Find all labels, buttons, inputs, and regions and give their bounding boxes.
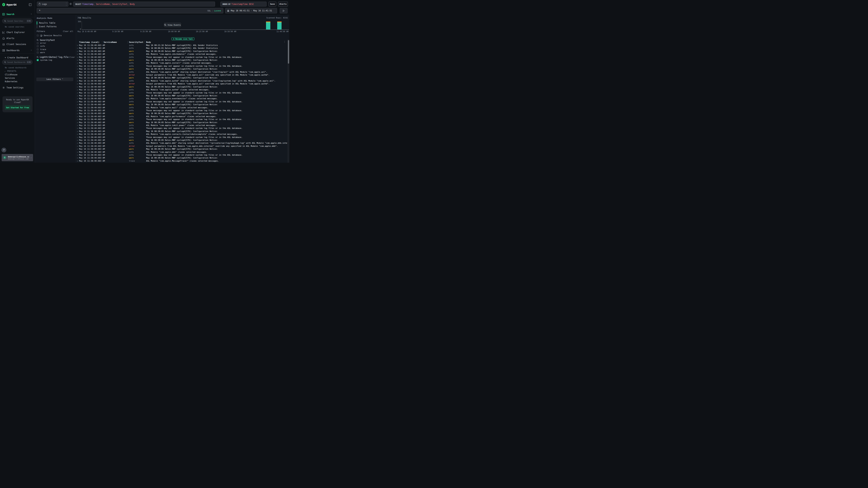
table-row[interactable]: ❯May 16 11:38:40.683 AMinfoASL Module "c…: [76, 62, 287, 65]
checkbox-unchecked[interactable]: [37, 52, 39, 54]
table-row[interactable]: ❯May 16 11:38:40.683 AMinfoASL Module "c…: [76, 97, 287, 100]
table-row[interactable]: ❯May 16 11:38:40.683 AMinfoASL Module "c…: [76, 133, 287, 136]
table-row[interactable]: ❯May 16 11:38:40.683 AMinfoASL Module "c…: [76, 124, 287, 127]
row-expand-chevron-icon[interactable]: ❯: [77, 65, 78, 68]
denoise-checkbox-row[interactable]: Denoise Results: [37, 34, 62, 37]
row-expand-chevron-icon[interactable]: ❯: [77, 50, 78, 53]
col-header-body[interactable]: Body: [146, 41, 151, 43]
save-button[interactable]: Save: [269, 2, 276, 6]
sidebar-item-dashboards[interactable]: Dashboards ⌃: [0, 48, 35, 53]
table-row[interactable]: ❯May 16 11:38:40.683 AMwarnMay 16 00:30:…: [76, 94, 287, 97]
row-expand-chevron-icon[interactable]: ❯: [77, 109, 78, 112]
row-expand-chevron-icon[interactable]: ❯: [77, 160, 78, 162]
column-resize-handle[interactable]: [145, 41, 145, 43]
chevron-up-icon[interactable]: ⌃: [31, 13, 32, 15]
col-header-servicename[interactable]: ServiceName: [104, 41, 117, 43]
saved-searches-input[interactable]: [7, 20, 26, 22]
column-resize-handle[interactable]: [102, 41, 102, 43]
checkbox-unchecked[interactable]: [37, 45, 39, 47]
severity-option-warn[interactable]: warn: [37, 51, 45, 54]
table-row[interactable]: ❯May 16 11:38:40.683 AMerrorOutput param…: [76, 83, 287, 85]
row-expand-chevron-icon[interactable]: ❯: [77, 59, 78, 62]
row-expand-chevron-icon[interactable]: ❯: [77, 124, 78, 127]
row-expand-chevron-icon[interactable]: ❯: [77, 76, 78, 79]
table-row[interactable]: ❯May 16 11:38:40.683 AMtraceASL Module "…: [76, 160, 287, 162]
row-expand-chevron-icon[interactable]: ❯: [77, 112, 78, 115]
table-row[interactable]: ❯May 16 11:38:40.683 AMwarnMay 16 00:30:…: [76, 130, 287, 133]
view-events-button[interactable]: View Events: [164, 23, 181, 28]
table-row[interactable]: ❯May 16 11:38:40.683 AMinfoASL Module "c…: [76, 71, 287, 73]
table-row[interactable]: ❯May 16 11:38:40.683 AMwarnMay 16 00:30:…: [76, 50, 287, 53]
row-expand-chevron-icon[interactable]: ❯: [77, 118, 78, 121]
table-row[interactable]: ❯May 16 11:38:40.683 AMinfoThose message…: [76, 118, 287, 121]
checkbox-checked[interactable]: ✓: [37, 59, 39, 61]
table-row[interactable]: ❯May 16 11:38:40.683 AMwarnMay 16 00:30:…: [76, 157, 287, 159]
row-expand-chevron-icon[interactable]: ❯: [77, 145, 78, 148]
row-expand-chevron-icon[interactable]: ❯: [77, 56, 78, 59]
row-expand-chevron-icon[interactable]: ❯: [77, 86, 78, 88]
search-query-input[interactable]: * SQL | Lucene: [37, 8, 223, 13]
table-row[interactable]: ❯May 16 11:38:40.683 AMwarnMay 16 00:30:…: [76, 68, 287, 70]
saved-dashboards-search[interactable]: ⌘ K: [2, 60, 33, 65]
sidebar-item-client-sessions[interactable]: Client Sessions: [0, 42, 35, 46]
create-dashboard-button[interactable]: + Create Dashboard: [0, 56, 35, 60]
table-row[interactable]: ❯May 16 11:38:40.683 AMinfoASL Module "c…: [76, 53, 287, 56]
table-row[interactable]: ❯May 16 11:38:40.683 AMwarnMay 16 00:30:…: [76, 121, 287, 124]
severity-option-trace[interactable]: trace: [37, 48, 46, 51]
preset-item-kubernetes[interactable]: Kubernetes: [5, 80, 18, 83]
table-row[interactable]: ❯May 16 11:38:40.683 AMinfoThose message…: [76, 92, 287, 94]
sidebar-item-chart-explorer[interactable]: Chart Explorer: [0, 30, 35, 34]
search-icon[interactable]: [37, 56, 38, 58]
table-row[interactable]: ❯May 16 11:38:40.683 AMinfoThose message…: [76, 100, 287, 103]
row-expand-chevron-icon[interactable]: ❯: [77, 151, 78, 154]
saved-dashboards-input[interactable]: [7, 61, 26, 63]
table-row[interactable]: ❯May 16 11:38:40.683 AMwarnMay 16 00:30:…: [76, 59, 287, 62]
row-expand-chevron-icon[interactable]: ❯: [77, 103, 78, 106]
table-row[interactable]: ❯May 16 11:38:40.683 AMinfoASL Module "c…: [76, 151, 287, 154]
clear-all-button[interactable]: Clear all: [63, 30, 73, 32]
table-row[interactable]: ❯May 16 11:38:40.683 AMinfoThose message…: [76, 65, 287, 68]
preset-item-services[interactable]: Services: [5, 77, 15, 79]
less-filters-button[interactable]: Less filters ⌃: [36, 77, 73, 81]
row-expand-chevron-icon[interactable]: ❯: [77, 157, 78, 159]
table-row[interactable]: ❯May 16 11:38:40.683 AMwarnMay 16 00:30:…: [76, 139, 287, 142]
row-expand-chevron-icon[interactable]: ❯: [77, 79, 78, 83]
sidebar-item-team-settings[interactable]: Team Settings: [0, 86, 35, 90]
row-expand-chevron-icon[interactable]: ❯: [77, 73, 78, 76]
table-row[interactable]: ❯May 16 11:38:40.683 AMerrorOutput param…: [76, 145, 287, 148]
date-range-picker[interactable]: May 16 08:41:51 - May 16 11:41:51: [225, 8, 277, 13]
row-expand-chevron-icon[interactable]: ❯: [77, 100, 78, 103]
col-header-severitytext[interactable]: SeverityText: [129, 41, 143, 43]
severity-option-error[interactable]: error: [37, 42, 46, 44]
row-expand-chevron-icon[interactable]: ❯: [77, 71, 78, 73]
table-row[interactable]: ❯May 16 11:38:40.683 AMinfoMay 16 00:06:…: [76, 47, 287, 50]
chevron-up-icon[interactable]: ⌃: [31, 50, 32, 52]
source-select[interactable]: Logs ⌃⌄: [37, 2, 68, 6]
table-row[interactable]: ❯May 16 11:38:40.683 AMwarnMay 16 00:30:…: [76, 86, 287, 88]
select-clause-input[interactable]: SELECT Timestamp, ServiceName, SeverityT…: [73, 2, 215, 6]
user-menu[interactable]: D demos@clickhouse.com demos@clickhouse.…: [2, 154, 33, 161]
table-row[interactable]: ❯May 16 11:38:40.683 AMwarnMay 16 00:30:…: [76, 148, 287, 151]
table-row[interactable]: ❯May 16 11:38:40.683 AMinfoThose message…: [76, 127, 287, 130]
table-row[interactable]: ❯May 16 11:38:40.683 AMwarnMay 16 00:30:…: [76, 76, 287, 79]
brand[interactable]: HyperDX: [2, 3, 17, 6]
column-resize-handle[interactable]: [127, 41, 128, 43]
sidebar-item-search[interactable]: Search ⌃: [0, 12, 35, 16]
row-expand-chevron-icon[interactable]: ❯: [77, 83, 78, 85]
sidebar-collapse-icon[interactable]: [29, 3, 32, 6]
row-expand-chevron-icon[interactable]: ❯: [77, 130, 78, 133]
presets-section-toggle[interactable]: ⌄ PRESETS: [4, 70, 17, 72]
scrollbar[interactable]: [287, 39, 289, 163]
row-expand-chevron-icon[interactable]: ❯: [77, 92, 78, 94]
table-row[interactable]: ❯May 16 11:38:40.683 AMwarnMay 16 00:30:…: [76, 112, 287, 115]
table-row[interactable]: ❯May 16 11:38:40.683 AMinfoThose message…: [76, 154, 287, 157]
row-expand-chevron-icon[interactable]: ❯: [77, 53, 78, 56]
get-started-button[interactable]: Get Started for Free: [5, 105, 30, 110]
row-expand-chevron-icon[interactable]: ❯: [77, 44, 78, 47]
run-query-button[interactable]: [280, 8, 287, 13]
checkbox-unchecked[interactable]: [37, 35, 39, 36]
row-expand-chevron-icon[interactable]: ❯: [77, 139, 78, 142]
table-row[interactable]: ❯May 16 11:38:40.683 AMinfoASL Module "c…: [76, 115, 287, 118]
table-row[interactable]: ❯May 16 11:38:40.683 AMinfoASL Module "c…: [76, 88, 287, 91]
row-expand-chevron-icon[interactable]: ❯: [77, 133, 78, 136]
